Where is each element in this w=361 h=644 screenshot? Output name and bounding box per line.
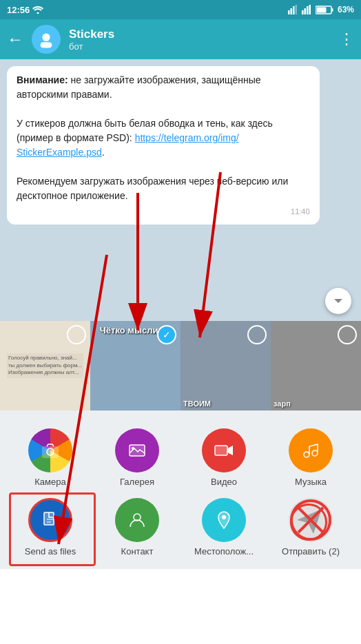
location-svg — [213, 509, 235, 531]
signal2-icon — [302, 5, 311, 14]
battery-text: 63% — [338, 5, 354, 14]
header-info: Stickers бот — [69, 28, 331, 52]
photo-item-2[interactable]: Чётко мыслишь ✓ — [90, 321, 180, 411]
send-item[interactable]: Отправить (2) — [276, 498, 345, 557]
svg-line-28 — [298, 508, 323, 532]
header: ← Stickers бот ⋮ — [0, 19, 361, 59]
scroll-to-bottom-button[interactable] — [325, 288, 351, 314]
music-icon — [289, 428, 333, 472]
files-svg — [39, 509, 61, 531]
contact-icon — [115, 498, 159, 542]
svg-rect-1 — [288, 10, 290, 14]
photo-item-3[interactable]: ТВОИМ — [180, 321, 271, 411]
video-label: Видео — [211, 477, 237, 487]
photo-item-4[interactable]: зарп — [271, 321, 361, 411]
message-text: Внимание: не загружайте изображения, защ… — [17, 74, 288, 201]
svg-point-25 — [289, 498, 333, 542]
video-icon — [202, 428, 246, 472]
svg-point-24 — [222, 515, 226, 519]
gallery-item[interactable]: Галерея — [103, 428, 172, 487]
photo-item-1[interactable]: Голосуй правильно, знай...ты должен выби… — [0, 321, 90, 411]
icons-row-2: Send as files Контакт Местополож... — [0, 492, 361, 562]
svg-rect-10 — [331, 8, 333, 12]
location-item[interactable]: Местополож... — [189, 498, 258, 557]
camera-icon — [28, 428, 72, 472]
time-text: 12:56 — [7, 5, 30, 15]
video-item[interactable]: Видео — [189, 428, 258, 487]
chat-title: Stickers — [69, 28, 331, 41]
contact-item[interactable]: Контакт — [103, 498, 172, 557]
svg-rect-11 — [316, 7, 326, 12]
svg-rect-5 — [302, 10, 304, 14]
gallery-svg — [126, 439, 148, 461]
svg-point-18 — [132, 447, 134, 450]
wifi-icon — [32, 6, 43, 14]
svg-line-27 — [298, 508, 323, 532]
svg-point-0 — [37, 12, 39, 14]
svg-rect-19 — [215, 446, 227, 455]
camera-label: Камера — [34, 477, 65, 487]
svg-rect-8 — [309, 5, 311, 14]
send-disabled-svg — [289, 498, 333, 542]
back-button[interactable]: ← — [7, 30, 23, 49]
svg-point-21 — [312, 450, 318, 456]
send-icon — [289, 498, 333, 542]
bot-avatar-icon — [37, 30, 56, 49]
files-icon — [28, 498, 72, 542]
music-svg — [300, 439, 322, 461]
svg-rect-2 — [290, 8, 292, 14]
photo-strip: Голосуй правильно, знай...ты должен выби… — [0, 321, 361, 411]
svg-point-26 — [291, 501, 330, 539]
camera-svg — [39, 439, 61, 461]
photo-3-uncheck — [247, 325, 267, 344]
menu-button[interactable]: ⋮ — [339, 30, 354, 48]
svg-rect-7 — [307, 6, 309, 14]
message-bubble: Внимание: не загружайте изображения, защ… — [7, 66, 320, 225]
contact-label: Контакт — [121, 546, 154, 557]
svg-rect-4 — [295, 5, 297, 14]
photo-1-uncheck — [67, 325, 86, 344]
status-icons: 63% — [288, 5, 354, 14]
gallery-label: Галерея — [120, 477, 154, 487]
gallery-icon — [115, 428, 159, 472]
svg-point-20 — [304, 452, 309, 457]
status-time: 12:56 — [7, 5, 43, 15]
music-item[interactable]: Музыка — [276, 428, 345, 487]
svg-rect-6 — [304, 8, 306, 14]
chat-area: Внимание: не загружайте изображения, защ… — [0, 59, 361, 321]
photo-3-label: ТВОИМ — [183, 399, 211, 408]
photo-4-label: зарп — [274, 399, 291, 408]
signal-icon — [288, 5, 298, 14]
location-label: Местополож... — [194, 546, 254, 557]
svg-point-16 — [47, 448, 54, 455]
contact-svg — [126, 509, 148, 531]
video-svg — [213, 439, 235, 461]
message-time: 11:40 — [17, 206, 310, 218]
svg-point-13 — [42, 34, 50, 41]
status-bar: 12:56 63% — [0, 0, 361, 19]
send-label: Отправить (2) — [282, 546, 340, 557]
location-icon — [202, 498, 246, 542]
photo-4-uncheck — [338, 325, 357, 344]
icons-row-1: Камера Галерея Видео — [0, 423, 361, 492]
avatar — [32, 25, 61, 54]
music-label: Музыка — [295, 477, 327, 487]
send-as-files-item[interactable]: Send as files — [16, 498, 85, 557]
icons-grid: Камера Галерея Видео — [0, 411, 361, 569]
svg-rect-3 — [293, 6, 295, 14]
files-label: Send as files — [25, 546, 76, 557]
svg-rect-14 — [41, 42, 52, 48]
photo-2-check: ✓ — [157, 325, 176, 344]
camera-item[interactable]: Камера — [16, 428, 85, 487]
battery-icon — [316, 6, 333, 14]
message-link[interactable]: https://telegram.org/img/StickerExample.… — [17, 132, 239, 158]
chat-subtitle: бот — [69, 41, 331, 52]
